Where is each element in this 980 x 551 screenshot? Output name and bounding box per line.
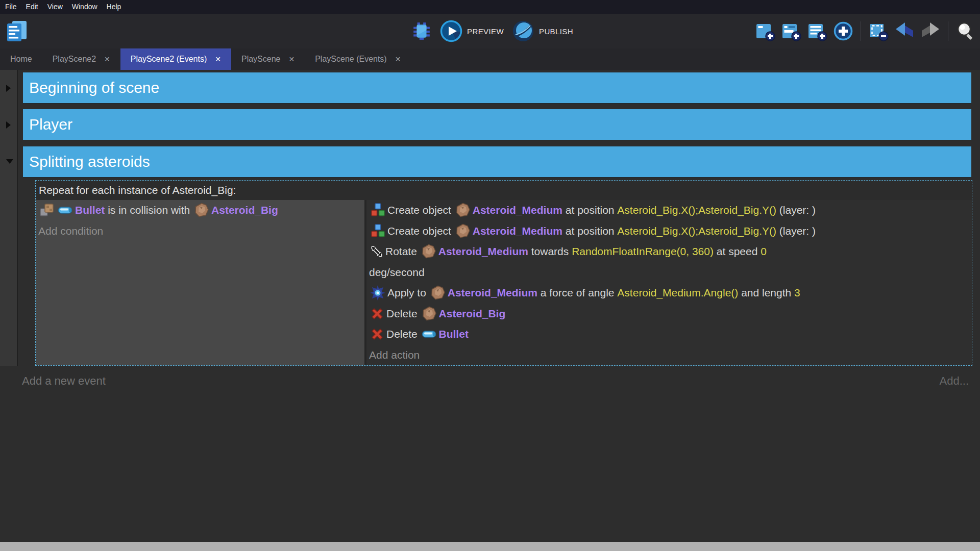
instruction-text: at position	[562, 225, 617, 237]
instruction-text: and length	[738, 287, 794, 299]
add-subevent-icon	[781, 21, 801, 41]
instruction-text: at position	[562, 204, 617, 216]
delete-icon	[370, 307, 384, 321]
add-circle-button[interactable]	[833, 21, 853, 41]
expression: Asteroid_Medium.Angle()	[617, 287, 738, 299]
gdevelop-window: FileEditViewWindowHelp PREVIEW PUBLISH H…	[0, 0, 980, 551]
force-icon	[370, 285, 385, 300]
instruction-text: deg/second	[369, 266, 425, 279]
debug-button[interactable]	[411, 21, 432, 41]
tab-playscene-events[interactable]: PlayScene (Events)✕	[305, 48, 411, 70]
expand-arrow-icon[interactable]	[6, 159, 13, 164]
redo-button[interactable]	[920, 21, 941, 41]
publish-button[interactable]: PUBLISH	[512, 20, 573, 42]
add-subevent-button[interactable]	[781, 21, 801, 41]
asteroid-icon	[455, 223, 471, 239]
undo-icon	[894, 21, 915, 41]
add-new-event-link[interactable]: Add a new event	[22, 374, 106, 388]
action-row[interactable]: Create object Asteroid_Medium at positio…	[366, 200, 972, 221]
toolbar: PREVIEW PUBLISH	[0, 14, 980, 48]
placeholder-link[interactable]: Add action	[369, 349, 420, 361]
toolbar-separator	[861, 21, 861, 41]
menu-bar: FileEditViewWindowHelp	[0, 0, 980, 14]
asteroid-icon	[455, 203, 471, 218]
instruction-text: at speed	[714, 245, 761, 258]
group-title: Player	[29, 116, 72, 133]
object-name: Asteroid_Medium	[473, 204, 562, 216]
rotate-icon	[370, 245, 383, 258]
event-group-beginning-of-scene[interactable]: Beginning of scene	[23, 72, 971, 104]
actions-column: Create object Asteroid_Medium at positio…	[366, 200, 972, 365]
menu-window[interactable]: Window	[67, 0, 102, 14]
object-name: Asteroid_Big	[211, 204, 278, 216]
add-more-link[interactable]: Add...	[940, 374, 969, 388]
undo-button[interactable]	[894, 21, 915, 41]
group-title: Splitting asteroids	[29, 153, 150, 170]
action-row[interactable]: Delete Bullet	[366, 324, 972, 345]
placeholder-link[interactable]: Add condition	[38, 225, 103, 237]
menu-file[interactable]: File	[5, 0, 21, 14]
event-group-player[interactable]: Player	[23, 109, 971, 140]
condition-row[interactable]: Add condition	[36, 221, 364, 242]
add-comment-button[interactable]	[807, 21, 827, 41]
bullet-icon	[422, 330, 437, 339]
close-tab-icon[interactable]: ✕	[215, 55, 221, 63]
repeat-event-header[interactable]: Repeat for each instance of Asteroid_Big…	[36, 181, 972, 200]
event-group-splitting-asteroids[interactable]: Splitting asteroids	[23, 146, 971, 178]
action-row[interactable]: Create object Asteroid_Medium at positio…	[366, 221, 972, 242]
collapse-arrow-icon[interactable]	[6, 121, 11, 129]
action-row[interactable]: Add action	[366, 345, 972, 366]
delete-icon	[370, 327, 384, 341]
action-row[interactable]: Rotate Asteroid_Medium towards RandomFlo…	[366, 241, 972, 262]
action-row[interactable]: Apply to Asteroid_Medium a force of angl…	[366, 283, 972, 304]
tab-playscene2[interactable]: PlayScene2✕	[42, 48, 120, 70]
group-title: Beginning of scene	[29, 79, 159, 96]
create-object-icon	[370, 203, 385, 218]
action-row[interactable]: Delete Asteroid_Big	[366, 304, 972, 324]
collapse-arrow-icon[interactable]	[6, 85, 11, 92]
add-comment-icon	[807, 21, 827, 41]
action-row[interactable]: deg/second	[366, 262, 972, 283]
search-icon	[955, 21, 976, 41]
tab-label: PlayScene (Events)	[315, 55, 387, 64]
add-circle-icon	[833, 21, 853, 41]
tab-label: PlayScene2	[53, 55, 96, 64]
search-button[interactable]	[955, 21, 976, 41]
delete-selection-button[interactable]	[868, 21, 889, 41]
repeat-event[interactable]: Repeat for each instance of Asteroid_Big…	[35, 180, 972, 366]
preview-button[interactable]: PREVIEW	[440, 20, 504, 42]
asteroid-icon	[422, 306, 437, 321]
object-name: Asteroid_Medium	[473, 225, 562, 237]
add-event-button[interactable]	[755, 21, 775, 41]
menu-edit[interactable]: Edit	[21, 0, 43, 14]
instruction-text: Rotate	[385, 245, 420, 258]
expression: RandomFloatInRange(0, 360)	[572, 245, 714, 258]
delete-selection-icon	[868, 21, 889, 41]
object-name: Asteroid_Medium	[448, 287, 537, 299]
tab-home[interactable]: Home	[0, 48, 42, 70]
tab-label: PlayScene	[241, 55, 281, 64]
instruction-text: (layer: )	[776, 204, 816, 216]
expression: Asteroid_Big.X();Asteroid_Big.Y()	[617, 204, 776, 216]
object-name: Bullet	[439, 328, 469, 340]
asteroid-icon	[421, 244, 436, 259]
collision-icon	[39, 203, 55, 218]
instruction-text: towards	[528, 245, 572, 258]
instruction-text: (layer: )	[776, 225, 816, 237]
object-name: Bullet	[75, 204, 105, 216]
debug-icon	[412, 21, 431, 41]
menu-help[interactable]: Help	[102, 0, 126, 14]
add-event-icon	[755, 21, 775, 41]
horizontal-scrollbar[interactable]	[0, 542, 980, 551]
asteroid-icon	[430, 285, 446, 300]
tab-playscene2-events[interactable]: PlayScene2 (Events)✕	[120, 48, 231, 70]
close-tab-icon[interactable]: ✕	[395, 55, 401, 63]
condition-row[interactable]: Bullet is in collision with Asteroid_Big	[36, 200, 364, 221]
close-tab-icon[interactable]: ✕	[288, 55, 295, 63]
gdevelop-logo-icon[interactable]	[6, 20, 28, 42]
event-columns: Bullet is in collision with Asteroid_Big…	[36, 200, 972, 365]
tab-playscene[interactable]: PlayScene✕	[231, 48, 305, 70]
preview-label: PREVIEW	[467, 27, 504, 36]
close-tab-icon[interactable]: ✕	[104, 55, 110, 63]
menu-view[interactable]: View	[43, 0, 67, 14]
